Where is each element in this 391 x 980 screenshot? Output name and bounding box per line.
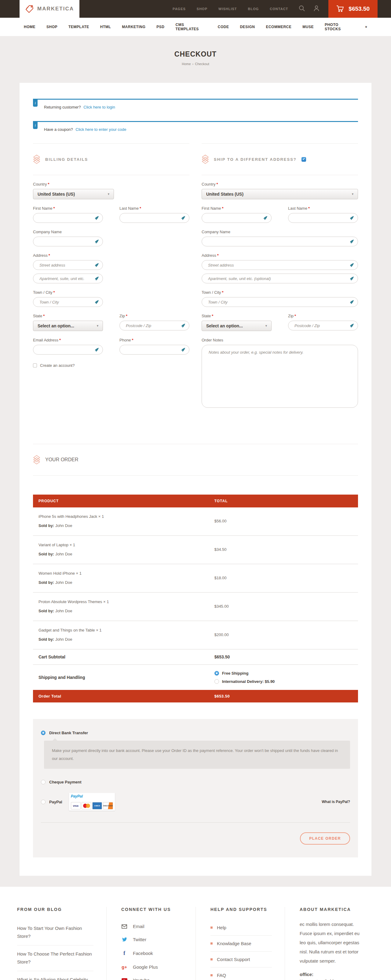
billing-phone-input[interactable] <box>125 347 179 352</box>
shipping-zip-input[interactable] <box>294 323 347 328</box>
nav-home[interactable]: HOME <box>24 25 35 29</box>
nav-html[interactable]: HTML <box>100 25 111 29</box>
bullet-icon <box>210 958 213 961</box>
payment-method-bank[interactable]: Direct Bank Transfer <box>41 730 350 735</box>
payment-methods-box: Direct Bank Transfer Make your payment d… <box>33 719 358 858</box>
billing-street-input[interactable] <box>39 262 92 268</box>
shipping-street-input[interactable] <box>207 262 347 268</box>
top-header: MARKETICA PAGES SHOP WISHLIST BLOG CONTA… <box>0 0 391 18</box>
visa-card-icon: VISA <box>71 802 81 810</box>
shipping-apartment-input[interactable] <box>207 276 347 281</box>
nav-ecommerce[interactable]: ECOMMERCE <box>266 25 291 29</box>
seller-name: John Doe <box>55 580 72 585</box>
nav-cms-templates[interactable]: CMS TEMPLATES <box>175 22 207 31</box>
payment-method-paypal[interactable]: PayPal PayPal VISA AMEX DISCOVER What is… <box>41 793 350 811</box>
blog-link[interactable]: How To Start Your Own Fashion Store? <box>17 920 94 945</box>
billing-first-name-input[interactable] <box>39 215 92 221</box>
blog-link[interactable]: What is So Alluring About Celebrity Fash… <box>17 971 94 980</box>
search-icon[interactable] <box>299 5 305 13</box>
footer-help-column: HELP AND SUPPORTS Help Knowladge Base Co… <box>196 907 285 980</box>
breadcrumb-home[interactable]: Home <box>182 62 191 66</box>
nav-photo-stocks[interactable]: PHOTO STOCKS <box>325 22 354 31</box>
shipping-company-input[interactable] <box>207 239 347 244</box>
nav-template[interactable]: TEMPLATE <box>68 25 89 29</box>
order-row: Variant of Laptop × 1 Sold by: John Doe … <box>33 536 358 564</box>
pen-icon <box>350 276 354 281</box>
paypal-logo: PayPal <box>71 794 113 799</box>
page-hero: CHECKOUT Home›Checkout <box>0 36 391 83</box>
billing-email-input[interactable] <box>39 347 92 352</box>
billing-country-select[interactable]: United States (US)▼ <box>33 189 114 199</box>
billing-state-select[interactable]: Select an option...▼ <box>33 321 103 331</box>
order-total-label: Order Total <box>38 694 215 698</box>
shipping-section: SHIP TO A DIFFERENT ADDRESS? Country* Un… <box>202 143 358 408</box>
coupon-link[interactable]: Click here to enter your code <box>75 127 126 132</box>
shipping-option-international[interactable]: International Delivery: $5.90 <box>215 679 353 684</box>
seller-name: John Doe <box>55 523 72 528</box>
billing-zip-input[interactable] <box>125 323 179 328</box>
ship-different-checkbox[interactable] <box>302 157 306 162</box>
footer-connect-title: CONNECT WITH US <box>121 907 183 912</box>
billing-apartment-input[interactable] <box>39 276 92 281</box>
shipping-state-select[interactable]: Select an option...▼ <box>202 321 272 331</box>
social-email-link[interactable]: Email <box>121 924 183 929</box>
shipping-town-input[interactable] <box>207 299 347 305</box>
sold-by-label: Sold by: <box>38 552 54 556</box>
chevron-down-icon: ▼ <box>265 325 268 328</box>
nav-code[interactable]: CODE <box>218 25 229 29</box>
chevron-down-icon: ▼ <box>96 325 99 328</box>
office-label: office: <box>300 972 361 977</box>
help-link[interactable]: Contact Support <box>210 951 272 967</box>
blog-link[interactable]: How To Choose The Perfect Fashion Store? <box>17 945 94 971</box>
shipping-state-label: State* <box>202 313 272 318</box>
payment-method-cheque[interactable]: Cheque Payment <box>41 780 350 784</box>
topnav-contact[interactable]: CONTACT <box>270 7 288 11</box>
what-is-paypal-link[interactable]: What is PayPal? <box>322 800 350 804</box>
topnav-wishlist[interactable]: WISHLIST <box>218 7 237 11</box>
nav-muse[interactable]: MUSE <box>302 25 314 29</box>
cart-button[interactable]: $653.50 <box>328 0 378 18</box>
shipping-option-free[interactable]: Free Shipping <box>215 671 353 676</box>
billing-last-name-input[interactable] <box>125 215 179 221</box>
col-total: TOTAL <box>215 499 353 503</box>
radio-icon <box>41 800 46 804</box>
help-link[interactable]: Help <box>210 920 272 935</box>
social-facebook-link[interactable]: f Facebook <box>121 950 183 956</box>
social-youtube-link[interactable]: Youtube <box>121 978 183 980</box>
section-layers-icon <box>202 155 209 164</box>
billing-phone-label: Phone* <box>119 338 189 342</box>
googleplus-icon: g+ <box>122 964 127 970</box>
product-total: $34.50 <box>215 547 353 552</box>
more-categories-icon[interactable]: » <box>364 25 368 28</box>
topnav-blog[interactable]: BLOG <box>248 7 259 11</box>
brand-logo[interactable]: MARKETICA <box>19 0 79 18</box>
help-link[interactable]: Knowladge Base <box>210 935 272 951</box>
nav-design[interactable]: DESIGN <box>240 25 255 29</box>
create-account-checkbox[interactable] <box>33 363 37 368</box>
amex-card-icon: AMEX <box>92 802 102 810</box>
help-link[interactable]: FAQ <box>210 967 272 980</box>
nav-shop[interactable]: SHOP <box>46 25 57 29</box>
billing-town-input[interactable] <box>39 299 92 305</box>
shipping-last-name-input[interactable] <box>294 215 347 221</box>
user-icon[interactable] <box>313 5 320 13</box>
nav-psd[interactable]: PSD <box>156 25 164 29</box>
billing-company-input[interactable] <box>39 239 92 244</box>
social-twitter-link[interactable]: Twitter <box>121 937 183 942</box>
order-row: Women Hold iPhone × 1 Sold by: John Doe … <box>33 564 358 593</box>
billing-town-label: Town / City* <box>33 290 103 295</box>
social-googleplus-link[interactable]: g+ Google Plus <box>121 964 183 970</box>
order-table-header: PRODUCT TOTAL <box>33 495 358 508</box>
login-link[interactable]: Click here to login <box>83 105 115 110</box>
topnav-shop[interactable]: SHOP <box>197 7 207 11</box>
pen-icon <box>94 239 99 244</box>
shipping-country-select[interactable]: United States (US)▼ <box>202 189 358 199</box>
place-order-button[interactable]: PLACE ORDER <box>300 832 350 845</box>
login-notice: i Returning customer? Click here to logi… <box>33 99 358 113</box>
create-account-label: Create an account? <box>40 363 75 368</box>
order-notes-textarea[interactable] <box>208 349 351 402</box>
coupon-notice: i Have a coupon? Click here to enter you… <box>33 121 358 135</box>
shipping-first-name-input[interactable] <box>207 215 261 221</box>
nav-marketing[interactable]: MARKETING <box>122 25 145 29</box>
topnav-pages[interactable]: PAGES <box>173 7 186 11</box>
